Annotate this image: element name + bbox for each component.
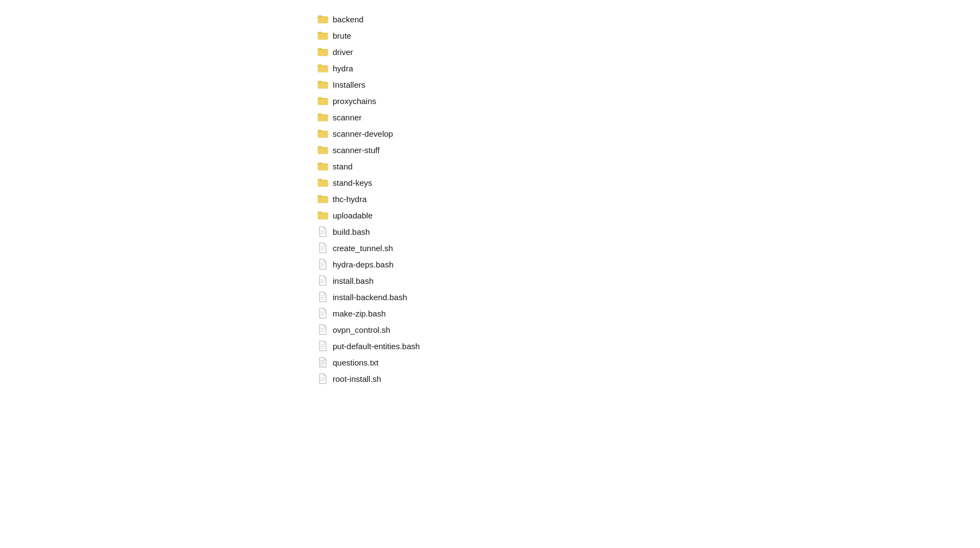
folder-icon bbox=[317, 193, 328, 204]
file-icon bbox=[317, 259, 328, 270]
list-item[interactable]: install-backend.bash bbox=[313, 289, 980, 305]
list-item[interactable]: uploadable bbox=[313, 207, 980, 223]
folder-icon bbox=[317, 79, 328, 90]
folder-icon bbox=[317, 46, 328, 57]
item-label: put-default-entities.bash bbox=[333, 342, 420, 351]
folder-icon bbox=[317, 63, 328, 74]
list-item[interactable]: Installers bbox=[313, 76, 980, 93]
list-item[interactable]: scanner bbox=[313, 109, 980, 125]
file-list: backend brute driver hydra Installers pr… bbox=[0, 0, 980, 398]
folder-icon bbox=[317, 161, 328, 172]
folder-icon bbox=[317, 30, 328, 41]
folder-icon bbox=[317, 14, 328, 25]
item-label: backend bbox=[333, 15, 364, 24]
list-item[interactable]: build.bash bbox=[313, 223, 980, 240]
item-label: make-zip.bash bbox=[333, 309, 386, 318]
file-icon bbox=[317, 373, 328, 384]
folder-icon bbox=[317, 177, 328, 188]
list-item[interactable]: backend bbox=[313, 11, 980, 27]
list-item[interactable]: hydra bbox=[313, 60, 980, 76]
item-label: scanner-develop bbox=[333, 129, 393, 138]
item-label: driver bbox=[333, 47, 353, 57]
list-item[interactable]: questions.txt bbox=[313, 354, 980, 370]
list-item[interactable]: scanner-develop bbox=[313, 125, 980, 142]
file-icon bbox=[317, 308, 328, 319]
list-item[interactable]: create_tunnel.sh bbox=[313, 240, 980, 256]
list-item[interactable]: driver bbox=[313, 44, 980, 60]
item-label: brute bbox=[333, 31, 351, 40]
item-label: hydra-deps.bash bbox=[333, 260, 394, 269]
item-label: build.bash bbox=[333, 227, 370, 236]
folder-icon bbox=[317, 128, 328, 139]
item-label: stand bbox=[333, 162, 353, 171]
file-icon bbox=[317, 324, 328, 335]
list-item[interactable]: proxychains bbox=[313, 93, 980, 109]
item-label: proxychains bbox=[333, 96, 376, 106]
item-label: scanner-stuff bbox=[333, 145, 379, 155]
list-item[interactable]: make-zip.bash bbox=[313, 305, 980, 321]
item-label: Installers bbox=[333, 80, 365, 89]
folder-icon bbox=[317, 144, 328, 155]
item-label: install-backend.bash bbox=[333, 293, 407, 302]
list-item[interactable]: stand bbox=[313, 158, 980, 174]
item-label: create_tunnel.sh bbox=[333, 243, 393, 253]
item-label: scanner bbox=[333, 113, 362, 122]
list-item[interactable]: hydra-deps.bash bbox=[313, 256, 980, 272]
folder-icon bbox=[317, 112, 328, 123]
list-item[interactable]: stand-keys bbox=[313, 174, 980, 191]
file-icon bbox=[317, 242, 328, 253]
list-item[interactable]: thc-hydra bbox=[313, 191, 980, 207]
folder-icon bbox=[317, 210, 328, 221]
file-icon bbox=[317, 275, 328, 286]
file-icon bbox=[317, 340, 328, 351]
item-label: thc-hydra bbox=[333, 194, 367, 204]
item-label: root-install.sh bbox=[333, 374, 381, 383]
file-icon bbox=[317, 226, 328, 237]
list-item[interactable]: ovpn_control.sh bbox=[313, 321, 980, 338]
item-label: ovpn_control.sh bbox=[333, 325, 390, 334]
item-label: hydra bbox=[333, 64, 353, 73]
item-label: questions.txt bbox=[333, 358, 378, 367]
item-label: install.bash bbox=[333, 276, 373, 285]
item-label: uploadable bbox=[333, 211, 372, 220]
item-label: stand-keys bbox=[333, 178, 372, 187]
list-item[interactable]: root-install.sh bbox=[313, 370, 980, 387]
list-item[interactable]: put-default-entities.bash bbox=[313, 338, 980, 354]
list-item[interactable]: brute bbox=[313, 27, 980, 44]
list-item[interactable]: install.bash bbox=[313, 272, 980, 289]
file-icon bbox=[317, 291, 328, 302]
file-text-icon bbox=[317, 357, 328, 368]
list-item[interactable]: scanner-stuff bbox=[313, 142, 980, 158]
folder-icon bbox=[317, 95, 328, 106]
